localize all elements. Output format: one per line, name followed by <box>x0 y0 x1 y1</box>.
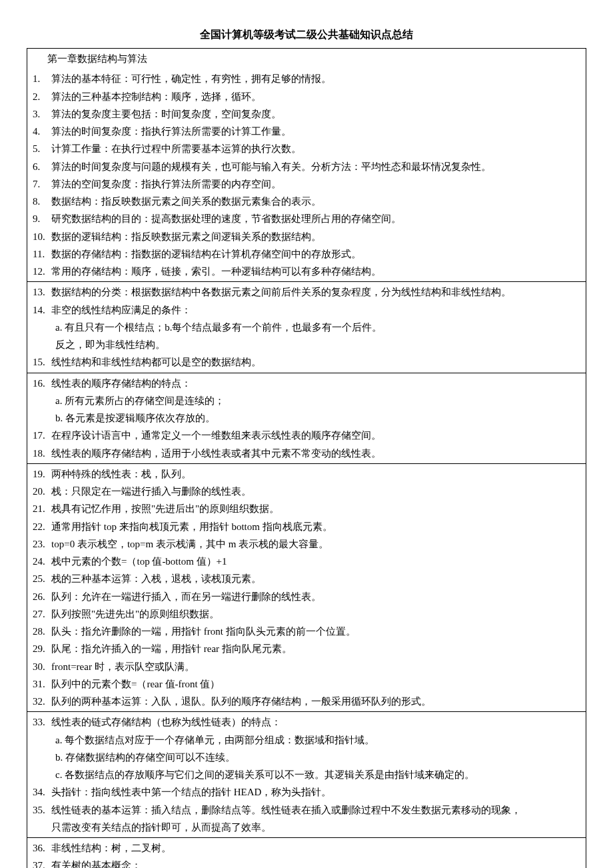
item-text: 队列中的元素个数=（rear 值-front 值） <box>51 675 580 693</box>
item-number: 2. <box>33 88 51 105</box>
item-text: 线性结构和非线性结构都可以是空的数据结构。 <box>51 353 580 371</box>
list-item: 21.栈具有记忆作用，按照"先进后出"的原则组织数据。 <box>33 500 580 517</box>
list-item: 5.计算工作量：在执行过程中所需要基本运算的执行次数。 <box>33 140 580 157</box>
list-item: 25.栈的三种基本运算：入栈，退栈，读栈顶元素。 <box>33 570 580 587</box>
list-item: 4.算法的时间复杂度：指执行算法所需要的计算工作量。 <box>33 123 580 140</box>
item-number: 1. <box>33 70 51 87</box>
item-text: 线性表的链式存储结构（也称为线性链表）的特点： <box>51 713 580 731</box>
item-text: 栈的三种基本运算：入栈，退栈，读栈顶元素。 <box>51 570 580 587</box>
item-number: 6. <box>33 158 51 175</box>
item-number: 10. <box>33 228 51 245</box>
block-6: 36.非线性结构：树，二叉树。37.有关树的基本概念：a. 结点的度：一个结点所… <box>27 837 586 868</box>
list-item: 16.线性表的顺序存储结构的特点： <box>33 375 580 392</box>
list-item: 2.算法的三种基本控制结构：顺序，选择，循环。 <box>33 88 580 105</box>
item-text: 算法的基本特征：可行性，确定性，有穷性，拥有足够的情报。 <box>51 70 580 87</box>
list-item: 34.头指针：指向线性表中第一个结点的指针 HEAD，称为头指针。 <box>33 783 580 801</box>
item-number: 13. <box>33 283 51 301</box>
list-item: 26.队列：允许在一端进行插入，而在另一端进行删除的线性表。 <box>33 588 580 605</box>
item-number: 22. <box>33 518 51 535</box>
item-text: top=0 表示栈空，top=m 表示栈满，其中 m 表示栈的最大容量。 <box>51 535 580 553</box>
list-item: 36.非线性结构：树，二叉树。 <box>33 839 580 857</box>
item-continuation: 只需改变有关结点的指针即可，从而提高了效率。 <box>33 819 580 836</box>
item-number: 11. <box>33 245 51 263</box>
item-text: 队列：允许在一端进行插入，而在另一端进行删除的线性表。 <box>51 588 580 605</box>
list-item: 29.队尾：指允许插入的一端，用指针 rear 指向队尾元素。 <box>33 640 580 657</box>
item-number: 27. <box>33 605 51 623</box>
item-text: 数据的存储结构：指数据的逻辑结构在计算机存储空间中的存放形式。 <box>51 245 580 263</box>
item-number: 28. <box>33 623 51 640</box>
sub-item: b. 各元素是按逻辑顺序依次存放的。 <box>33 409 580 427</box>
list-item: 33.线性表的链式存储结构（也称为线性链表）的特点： <box>33 713 580 731</box>
item-text: 队列的两种基本运算：入队，退队。队列的顺序存储结构，一般采用循环队列的形式。 <box>51 693 580 710</box>
item-text: 栈具有记忆作用，按照"先进后出"的原则组织数据。 <box>51 500 580 517</box>
item-number: 12. <box>33 263 51 280</box>
item-text: front=rear 时，表示队空或队满。 <box>51 658 580 675</box>
item-text: 线性表的顺序存储结构的特点： <box>51 375 580 392</box>
item-number: 15. <box>33 353 51 371</box>
item-number: 24. <box>33 553 51 570</box>
list-item: 3.算法的复杂度主要包括：时间复杂度，空间复杂度。 <box>33 105 580 123</box>
item-number: 36. <box>33 839 51 857</box>
item-text: 算法的三种基本控制结构：顺序，选择，循环。 <box>51 88 580 105</box>
list-item: 35.线性链表的基本运算：插入结点，删除结点等。线性链表在插入或删除过程中不发生… <box>33 801 580 819</box>
item-number: 3. <box>33 105 51 123</box>
item-text: 头指针：指向线性表中第一个结点的指针 HEAD，称为头指针。 <box>51 783 580 801</box>
list-item: 28.队头：指允许删除的一端，用指针 front 指向队头元素的前一个位置。 <box>33 623 580 640</box>
item-text: 通常用指针 top 来指向栈顶元素，用指针 bottom 指向栈底元素。 <box>51 518 580 535</box>
list-item: 8.数据结构：指反映数据元素之间关系的数据元素集合的表示。 <box>33 193 580 210</box>
list-item: 19.两种特殊的线性表：栈，队列。 <box>33 465 580 483</box>
item-text: 数据的逻辑结构：指反映数据元素之间逻辑关系的数据结构。 <box>51 228 580 245</box>
item-text: 计算工作量：在执行过程中所需要基本运算的执行次数。 <box>51 140 580 157</box>
list-item: 15.线性结构和非线性结构都可以是空的数据结构。 <box>33 353 580 371</box>
list-item: 9.研究数据结构的目的：提高数据处理的速度，节省数据处理所占用的存储空间。 <box>33 210 580 227</box>
item-text: 栈中元素的个数=（top 值-bottom 值）+1 <box>51 553 580 570</box>
list-item: 1.算法的基本特征：可行性，确定性，有穷性，拥有足够的情报。 <box>33 70 580 87</box>
item-number: 26. <box>33 588 51 605</box>
block-5: 33.线性表的链式存储结构（也称为线性链表）的特点：a. 每个数据结点对应于一个… <box>27 711 586 838</box>
item-number: 37. <box>33 857 51 868</box>
item-text: 非线性结构：树，二叉树。 <box>51 839 580 857</box>
item-number: 34. <box>33 783 51 801</box>
item-text: 研究数据结构的目的：提高数据处理的速度，节省数据处理所占用的存储空间。 <box>51 210 580 227</box>
item-number: 20. <box>33 483 51 500</box>
item-number: 7. <box>33 175 51 193</box>
block-3: 16.线性表的顺序存储结构的特点：a. 所有元素所占的存储空间是连续的；b. 各… <box>27 373 586 464</box>
sub-item: a. 所有元素所占的存储空间是连续的； <box>33 392 580 409</box>
item-text: 数据结构的分类：根据数据结构中各数据元素之间前后件关系的复杂程度，分为线性结构和… <box>51 283 580 301</box>
item-number: 19. <box>33 465 51 483</box>
document-title: 全国计算机等级考试二级公共基础知识点总结 <box>27 25 586 44</box>
item-text: 算法的时间复杂度与问题的规模有关，也可能与输入有关。分析方法：平均性态和最坏情况… <box>51 158 580 175</box>
item-text: 两种特殊的线性表：栈，队列。 <box>51 465 580 483</box>
item-number: 5. <box>33 140 51 157</box>
list-item: 20.栈：只限定在一端进行插入与删除的线性表。 <box>33 483 580 500</box>
item-number: 17. <box>33 427 51 444</box>
list-item: 11.数据的存储结构：指数据的逻辑结构在计算机存储空间中的存放形式。 <box>33 245 580 263</box>
list-item: 10.数据的逻辑结构：指反映数据元素之间逻辑关系的数据结构。 <box>33 228 580 245</box>
item-number: 4. <box>33 123 51 140</box>
item-number: 18. <box>33 445 51 462</box>
block-4: 19.两种特殊的线性表：栈，队列。20.栈：只限定在一端进行插入与删除的线性表。… <box>27 463 586 713</box>
item-text: 算法的时间复杂度：指执行算法所需要的计算工作量。 <box>51 123 580 140</box>
list-item: 23.top=0 表示栈空，top=m 表示栈满，其中 m 表示栈的最大容量。 <box>33 535 580 553</box>
item-text: 队尾：指允许插入的一端，用指针 rear 指向队尾元素。 <box>51 640 580 657</box>
item-number: 33. <box>33 713 51 731</box>
item-number: 16. <box>33 375 51 392</box>
sub-item: c. 各数据结点的存放顺序与它们之间的逻辑关系可以不一致。其逻辑关系是由指针域来… <box>33 766 580 783</box>
list-item: 31.队列中的元素个数=（rear 值-front 值） <box>33 675 580 693</box>
item-number: 29. <box>33 640 51 657</box>
list-item: 18.线性表的顺序存储结构，适用于小线性表或者其中元素不常变动的线性表。 <box>33 445 580 462</box>
list-item: 12.常用的存储结构：顺序，链接，索引。一种逻辑结构可以有多种存储结构。 <box>33 263 580 280</box>
item-text: 数据结构：指反映数据元素之间关系的数据元素集合的表示。 <box>51 193 580 210</box>
sub-item: a. 有且只有一个根结点；b.每个结点最多有一个前件，也最多有一个后件。 <box>33 319 580 336</box>
list-item: 17.在程序设计语言中，通常定义一个一维数组来表示线性表的顺序存储空间。 <box>33 427 580 444</box>
list-item: 13.数据结构的分类：根据数据结构中各数据元素之间前后件关系的复杂程度，分为线性… <box>33 283 580 301</box>
list-item: 14.非空的线性结构应满足的条件： <box>33 301 580 319</box>
item-number: 30. <box>33 658 51 675</box>
sub-item: a. 每个数据结点对应于一个存储单元，由两部分组成：数据域和指针域。 <box>33 731 580 749</box>
list-item: 32.队列的两种基本运算：入队，退队。队列的顺序存储结构，一般采用循环队列的形式… <box>33 693 580 710</box>
item-number: 35. <box>33 801 51 819</box>
item-text: 队列按照"先进先出"的原则组织数据。 <box>51 605 580 623</box>
list-item: 27.队列按照"先进先出"的原则组织数据。 <box>33 605 580 623</box>
item-text: 算法的空间复杂度：指执行算法所需要的内存空间。 <box>51 175 580 193</box>
list-item: 24.栈中元素的个数=（top 值-bottom 值）+1 <box>33 553 580 570</box>
